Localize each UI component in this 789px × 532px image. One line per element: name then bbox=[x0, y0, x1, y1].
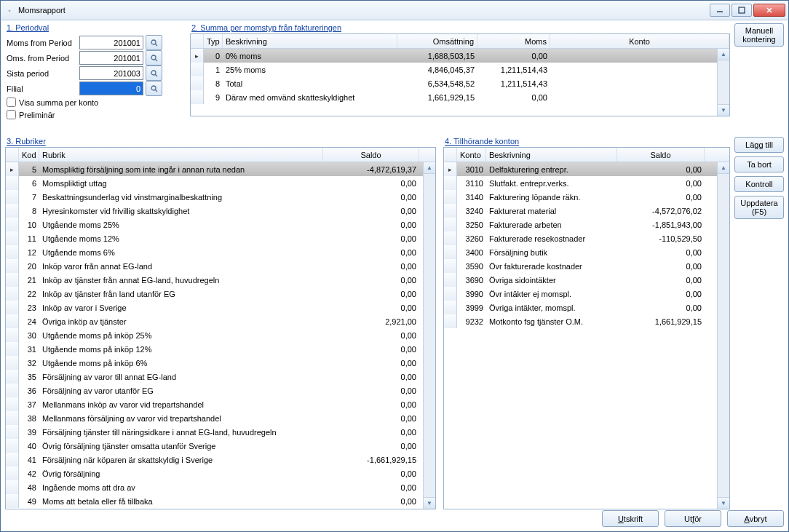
col-beskr-k[interactable]: Beskrivning bbox=[486, 148, 617, 162]
uppdatera-button[interactable]: Uppdatera (F5) bbox=[734, 196, 784, 219]
konton-row[interactable]: 3250Fakturerade arbeten-1,851,943,00 bbox=[444, 218, 729, 231]
svg-point-3 bbox=[151, 71, 156, 75]
rubriker-row[interactable]: 8Hyresinkomster vid frivillig skattskyld… bbox=[6, 204, 435, 218]
rubriker-row[interactable]: 36Försäljning av varor utanför EG0,00 bbox=[6, 384, 435, 397]
kontroll-button[interactable]: Kontroll bbox=[734, 176, 784, 192]
rubriker-row[interactable]: 32Utgående moms på inköp 6%0,00 bbox=[6, 356, 435, 370]
close-button[interactable] bbox=[753, 4, 785, 17]
sista-lookup-button[interactable] bbox=[146, 65, 162, 81]
summa-title: 2. Summa per momstyp från faktureringen bbox=[191, 23, 730, 32]
konton-row[interactable]: 9232Motkonto fsg tjänster O.M.1,661,929,… bbox=[444, 314, 729, 328]
window-title: Momsrapport bbox=[18, 6, 710, 15]
rubriker-row[interactable]: 21Inköp av tjänster från annat EG-land, … bbox=[6, 273, 435, 287]
col-rubrik[interactable]: Rubrik bbox=[39, 148, 323, 162]
rubriker-row[interactable]: 38Mellanmans försäljning av varor vid tr… bbox=[6, 411, 435, 425]
filial-input[interactable] bbox=[79, 82, 143, 95]
moms-from-label: Moms from Period bbox=[7, 39, 79, 47]
rubriker-row[interactable]: 10Utgående moms 25%0,00 bbox=[6, 218, 435, 231]
rubriker-row[interactable]: 30Utgående moms på inköp 25%0,00 bbox=[6, 328, 435, 342]
konton-grid[interactable]: Konto Beskrivning Saldo 3010Delfaktureri… bbox=[443, 147, 730, 509]
konton-row[interactable]: 3590Övr fakturerade kostnader0,00 bbox=[444, 259, 729, 273]
col-beskr[interactable]: Beskrivning bbox=[223, 34, 397, 48]
rubriker-row[interactable]: 49Moms att betala eller få tillbaka0,00 bbox=[6, 494, 435, 508]
visa-summa-checkbox[interactable] bbox=[7, 98, 16, 107]
rubriker-row[interactable]: 41Försäljning när köparen är skattskyldi… bbox=[6, 453, 435, 467]
utfor-button[interactable]: Utför bbox=[665, 510, 721, 527]
konton-row[interactable]: 3010Delfakturering entrepr.0,00 bbox=[444, 162, 729, 176]
periodval-title: 1. Periodval bbox=[7, 23, 186, 32]
moms-from-lookup-button[interactable] bbox=[146, 35, 162, 50]
preliminar-label: Preliminär bbox=[19, 111, 55, 119]
preliminar-checkbox[interactable] bbox=[7, 110, 16, 119]
rubriker-row[interactable]: 40Övrig försäljning tjänster omsatta uta… bbox=[6, 439, 435, 453]
svg-point-1 bbox=[151, 40, 156, 44]
utskrift-button[interactable]: Utskrift bbox=[602, 510, 659, 527]
svg-rect-0 bbox=[739, 7, 745, 13]
rubriker-row[interactable]: 35Försäljning av varor till annat EG-lan… bbox=[6, 370, 435, 384]
avbryt-button[interactable]: Avbryt bbox=[727, 510, 784, 527]
konton-row[interactable]: 3260Fakturerade resekostnader-110,529,50 bbox=[444, 231, 729, 245]
svg-point-2 bbox=[151, 55, 156, 60]
rubriker-row[interactable]: 7Beskattningsunderlag vid vinstmarginalb… bbox=[6, 190, 435, 204]
app-icon: ◦ bbox=[4, 4, 15, 16]
rubriker-row[interactable]: 42Övrig försäljning0,00 bbox=[6, 467, 435, 480]
sista-input[interactable] bbox=[79, 66, 143, 80]
moms-from-input[interactable] bbox=[79, 36, 143, 49]
col-moms[interactable]: Moms bbox=[477, 34, 550, 48]
ta-bort-button[interactable]: Ta bort bbox=[734, 156, 784, 172]
col-oms[interactable]: Omsättning bbox=[397, 34, 477, 48]
visa-summa-label: Visa summa per konto bbox=[19, 98, 98, 107]
rubriker-row[interactable]: 37Mellanmans inköp av varor vid treparts… bbox=[6, 397, 435, 411]
summa-row[interactable]: 125% moms4,846,045,371,211,514,43 bbox=[191, 63, 729, 76]
filial-lookup-button[interactable] bbox=[146, 81, 162, 96]
oms-from-lookup-button[interactable] bbox=[146, 50, 162, 65]
rubriker-scrollbar[interactable] bbox=[423, 162, 435, 509]
rubriker-row[interactable]: 48Ingående moms att dra av0,00 bbox=[6, 480, 435, 494]
col-saldo[interactable]: Saldo bbox=[323, 148, 419, 162]
rubriker-grid[interactable]: Kod Rubrik Saldo 5Momspliktig försäljnin… bbox=[5, 147, 436, 509]
lagg-till-button[interactable]: Lägg till bbox=[734, 137, 784, 153]
konton-row[interactable]: 3999Övriga intäkter, momspl.0,00 bbox=[444, 301, 729, 314]
konton-row[interactable]: 3990Övr intäkter ej momspl.0,00 bbox=[444, 287, 729, 301]
titlebar: ◦ Momsrapport bbox=[1, 1, 788, 20]
col-konto[interactable]: Konto bbox=[550, 34, 729, 48]
rubriker-row[interactable]: 12Utgående moms 6%0,00 bbox=[6, 245, 435, 259]
summa-scrollbar[interactable] bbox=[717, 49, 729, 116]
rubriker-row[interactable]: 39Försäljning tjänster till näringsidkar… bbox=[6, 425, 435, 439]
konton-title: 4. Tillhörande konton bbox=[445, 137, 730, 146]
sista-label: Sista period bbox=[7, 69, 79, 78]
col-saldo-k[interactable]: Saldo bbox=[617, 148, 705, 162]
rubriker-row[interactable]: 31Utgående moms på inköp 12%0,00 bbox=[6, 342, 435, 356]
konton-scrollbar[interactable] bbox=[717, 162, 729, 509]
filial-label: Filial bbox=[7, 84, 79, 93]
col-konto[interactable]: Konto bbox=[457, 148, 486, 162]
rubriker-row[interactable]: 6Momspliktigt uttag0,00 bbox=[6, 176, 435, 190]
manuell-kontering-button[interactable]: Manuell kontering bbox=[734, 23, 784, 47]
rubriker-row[interactable]: 22Inköp av tjänster från land utanför EG… bbox=[6, 287, 435, 301]
konton-row[interactable]: 3110Slutfakt. entrepr.verks.0,00 bbox=[444, 176, 729, 190]
col-typ[interactable]: Typ bbox=[204, 34, 223, 48]
maximize-button[interactable] bbox=[731, 4, 752, 17]
konton-row[interactable]: 3400Försäljning butik0,00 bbox=[444, 245, 729, 259]
col-kod[interactable]: Kod bbox=[19, 148, 39, 162]
rubriker-row[interactable]: 20Inköp varor från annat EG-land0,00 bbox=[6, 259, 435, 273]
rubriker-row[interactable]: 11Utgående moms 12%0,00 bbox=[6, 231, 435, 245]
summa-row[interactable]: 8Total6,534,548,521,211,514,43 bbox=[191, 76, 729, 90]
rubriker-row[interactable]: 24Övriga inköp av tjänster2,921,00 bbox=[6, 314, 435, 328]
oms-from-label: Oms. from Period bbox=[7, 54, 79, 63]
rubriker-title: 3. Rubriker bbox=[7, 137, 436, 146]
konton-row[interactable]: 3240Fakturerat material-4,572,076,02 bbox=[444, 204, 729, 218]
oms-from-input[interactable] bbox=[79, 51, 143, 65]
svg-point-4 bbox=[151, 86, 156, 90]
summa-row[interactable]: 9Därav med omvänd skatteskyldighet1,661,… bbox=[191, 90, 729, 104]
konton-row[interactable]: 3690Övriga sidointäkter0,00 bbox=[444, 273, 729, 287]
konton-row[interactable]: 3140Fakturering löpande räkn.0,00 bbox=[444, 190, 729, 204]
rubriker-row[interactable]: 23Inköp av varor i Sverige0,00 bbox=[6, 301, 435, 314]
summa-row[interactable]: 00% moms1,688,503,150,00 bbox=[191, 49, 729, 63]
minimize-button[interactable] bbox=[710, 4, 730, 17]
rubriker-row[interactable]: 5Momspliktig försäljning som inte ingår … bbox=[6, 162, 435, 176]
summa-grid[interactable]: Typ Beskrivning Omsättning Moms Konto 00… bbox=[190, 33, 730, 116]
